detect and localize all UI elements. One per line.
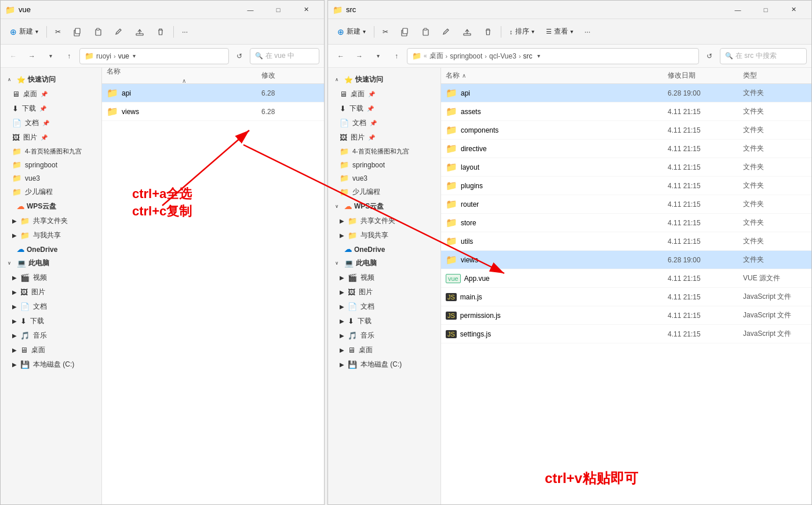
- right-sidebar-downloads-pc[interactable]: ▶ ⬇ 下载: [328, 314, 440, 328]
- sidebar-desktop[interactable]: 🖥 桌面 📌: [1, 87, 101, 101]
- onedrive-header[interactable]: ☁ OneDrive: [1, 243, 101, 256]
- table-row[interactable]: 📁 layout 4.11 21:15 文件夹: [441, 158, 811, 177]
- sidebar-docs-pc[interactable]: ▶ 📄 文档: [1, 299, 101, 314]
- table-row[interactable]: 📁 assets 4.11 21:15 文件夹: [441, 103, 811, 121]
- table-row[interactable]: vue App.vue 4.11 21:15 VUE 源文件: [441, 269, 811, 288]
- sidebar-shared-folder[interactable]: ▶ 📁 共享文件夹: [1, 214, 101, 228]
- cut-button[interactable]: ✂: [50, 23, 65, 41]
- right-sidebar-shared-folder[interactable]: ▶ 📁 共享文件夹: [328, 214, 440, 228]
- wps-cloud-header[interactable]: ☁ WPS云盘: [1, 199, 101, 214]
- share-button[interactable]: [130, 23, 149, 41]
- right-col-name-header[interactable]: 名称 ∧: [446, 71, 668, 80]
- table-row[interactable]: 📁 views 6.28: [102, 103, 324, 121]
- delete-button[interactable]: [151, 23, 170, 41]
- sidebar-downloads-pc[interactable]: ▶ ⬇ 下载: [1, 314, 101, 328]
- sidebar-shared-with-me[interactable]: ▶ 📁 与我共享: [1, 228, 101, 243]
- sidebar-local-disk[interactable]: ▶ 💾 本地磁盘 (C:): [1, 357, 101, 372]
- right-maximize-button[interactable]: □: [752, 1, 779, 19]
- right-sidebar-springboot[interactable]: 📁 springboot: [328, 158, 440, 171]
- right-forward-button[interactable]: →: [351, 48, 367, 64]
- right-sort-button[interactable]: ↕ 排序 ▾: [505, 23, 539, 41]
- right-minimize-button[interactable]: —: [724, 1, 751, 19]
- sidebar-download[interactable]: ⬇ 下载 📌: [1, 101, 101, 116]
- sidebar-documents[interactable]: 📄 文档 📌: [1, 116, 101, 130]
- table-row[interactable]: 📁 plugins 4.11 21:15 文件夹: [441, 177, 811, 195]
- sidebar-homepage[interactable]: 📁 4-首页轮播图和九宫: [1, 145, 101, 158]
- refresh-button[interactable]: ↺: [231, 48, 247, 64]
- right-view-button[interactable]: ☰ 查看 ▾: [541, 23, 578, 41]
- right-sidebar-videos[interactable]: ▶ 🎬 视频: [328, 270, 440, 285]
- right-sidebar-pictures[interactable]: 🖼 图片 📌: [328, 130, 440, 145]
- col-date-header[interactable]: 修改: [261, 71, 319, 80]
- copy-icon-btn[interactable]: [68, 23, 86, 41]
- right-rename-button[interactable]: [437, 23, 456, 41]
- table-row[interactable]: 📁 directive 4.11 21:15 文件夹: [441, 140, 811, 158]
- col-name-header[interactable]: 名称 ∧: [107, 68, 261, 85]
- right-sidebar-documents[interactable]: 📄 文档 📌: [328, 116, 440, 130]
- new-button[interactable]: ⊕ 新建 ▾: [5, 23, 43, 41]
- paste-button[interactable]: [89, 23, 107, 41]
- sidebar-videos[interactable]: ▶ 🎬 视频: [1, 270, 101, 285]
- right-copy-button[interactable]: [395, 23, 414, 41]
- rename-button[interactable]: [110, 23, 128, 41]
- right-share-button[interactable]: [458, 23, 476, 41]
- sidebar-springboot[interactable]: 📁 springboot: [1, 158, 101, 171]
- quick-access-header[interactable]: ∧ ⭐ 快速访问: [1, 72, 101, 87]
- right-sidebar-music[interactable]: ▶ 🎵 音乐: [328, 328, 440, 343]
- table-row[interactable]: 📁 views 6.28 19:00 文件夹: [441, 251, 811, 269]
- right-wps-cloud-header[interactable]: ∨ ☁ WPS云盘: [328, 199, 440, 214]
- right-sidebar-desktop-pc[interactable]: ▶ 🖥 桌面: [328, 343, 440, 357]
- sidebar-pictures[interactable]: 🖼 图片 📌: [1, 130, 101, 145]
- right-delete-button[interactable]: [479, 23, 497, 41]
- sidebar-pictures-pc[interactable]: ▶ 🖼 图片: [1, 285, 101, 299]
- sidebar-desktop-pc[interactable]: ▶ 🖥 桌面: [1, 343, 101, 357]
- right-close-button[interactable]: ✕: [780, 1, 807, 19]
- right-dropdown-button[interactable]: ▾: [370, 48, 386, 64]
- right-sidebar-desktop[interactable]: 🖥 桌面 📌: [328, 87, 440, 101]
- table-row[interactable]: 📁 router 4.11 21:15 文件夹: [441, 195, 811, 214]
- right-sidebar-shared-with-me[interactable]: ▶ 📁 与我共享: [328, 228, 440, 243]
- forward-button[interactable]: →: [24, 48, 40, 64]
- right-new-button[interactable]: ⊕ 新建 ▾: [333, 23, 370, 41]
- right-thispc-header[interactable]: ∨ 💻 此电脑: [328, 256, 440, 270]
- maximize-button[interactable]: □: [265, 1, 292, 19]
- thispc-header[interactable]: ∨ 💻 此电脑: [1, 256, 101, 270]
- right-name-sort-arrow[interactable]: ∧: [460, 71, 468, 80]
- table-row[interactable]: 📁 api 6.28: [102, 84, 324, 103]
- right-cut-button[interactable]: ✂: [378, 23, 393, 41]
- dropdown-button[interactable]: ▾: [42, 48, 59, 64]
- name-sort-arrow[interactable]: ∧: [107, 76, 261, 85]
- sidebar-vue3[interactable]: 📁 vue3: [1, 171, 101, 185]
- table-row[interactable]: 📁 api 6.28 19:00 文件夹: [441, 84, 811, 103]
- search-box[interactable]: 🔍 在 vue 中: [250, 48, 319, 64]
- right-up-button[interactable]: ↑: [388, 48, 405, 64]
- minimize-button[interactable]: —: [237, 1, 264, 19]
- right-col-date-header[interactable]: 修改日期: [668, 71, 743, 80]
- sidebar-children-coding[interactable]: 📁 少儿编程: [1, 185, 101, 199]
- up-button[interactable]: ↑: [61, 48, 77, 64]
- right-sidebar-vue3[interactable]: 📁 vue3: [328, 171, 440, 185]
- right-quick-access-header[interactable]: ∧ ⭐ 快速访问: [328, 72, 440, 87]
- right-search-box[interactable]: 🔍 在 src 中搜索: [720, 48, 807, 64]
- right-sidebar-docs-pc[interactable]: ▶ 📄 文档: [328, 299, 440, 314]
- sidebar-music[interactable]: ▶ 🎵 音乐: [1, 328, 101, 343]
- more-button[interactable]: ···: [177, 23, 192, 41]
- right-paste-button[interactable]: [416, 23, 435, 41]
- table-row[interactable]: 📁 utils 4.11 21:15 文件夹: [441, 232, 811, 251]
- right-more-button[interactable]: ···: [580, 23, 595, 41]
- table-row[interactable]: JS permission.js 4.11 21:15 JavaScript 文…: [441, 306, 811, 325]
- right-sidebar-download[interactable]: ⬇ 下载 📌: [328, 101, 440, 116]
- address-input[interactable]: 📁 ruoyi › vue ▾: [79, 48, 229, 64]
- table-row[interactable]: JS settings.js 4.11 21:15 JavaScript 文件: [441, 325, 811, 343]
- table-row[interactable]: 📁 components 4.11 21:15 文件夹: [441, 121, 811, 140]
- right-onedrive-header[interactable]: ☁ OneDrive: [328, 243, 440, 256]
- right-refresh-button[interactable]: ↺: [701, 48, 718, 64]
- back-button[interactable]: ←: [5, 48, 21, 64]
- table-row[interactable]: JS main.js 4.11 21:15 JavaScript 文件: [441, 288, 811, 306]
- right-sidebar-pictures-pc[interactable]: ▶ 🖼 图片: [328, 285, 440, 299]
- right-back-button[interactable]: ←: [333, 48, 349, 64]
- right-sidebar-homepage[interactable]: 📁 4-首页轮播图和九宫: [328, 145, 440, 158]
- right-address-input[interactable]: 📁 « 桌面 › springboot › qcl-Vue3 › src ▾: [407, 48, 699, 64]
- table-row[interactable]: 📁 store 4.11 21:15 文件夹: [441, 214, 811, 232]
- close-button[interactable]: ✕: [293, 1, 319, 19]
